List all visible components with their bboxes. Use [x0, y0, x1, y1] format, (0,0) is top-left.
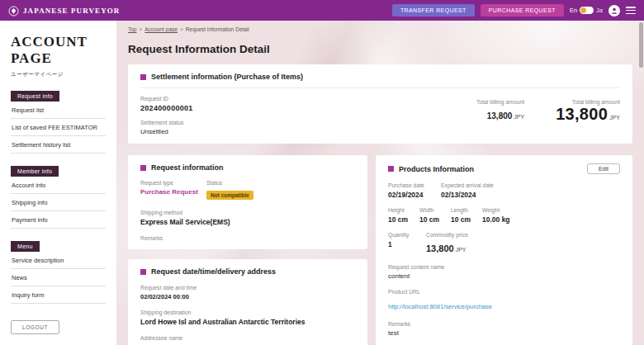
settlement-status-value: Unsettled [140, 128, 193, 135]
language-label-en: En [570, 7, 577, 14]
addressee-name-label: Addressee name [140, 335, 355, 341]
product-url-label: Product URL [388, 289, 620, 295]
breadcrumb-separator: > [180, 26, 183, 32]
page-title: Request Information Detail [128, 43, 632, 55]
bullet-icon [140, 269, 146, 275]
settlement-status-label: Settlement status [140, 120, 193, 125]
request-type-label: Request type [140, 180, 206, 186]
breadcrumb-current: Request Information Detail [186, 26, 249, 32]
sidebar-title: ACCOUNT PAGE [11, 34, 106, 67]
language-switch: En Ja [570, 7, 603, 14]
request-info-card-title: Request information [151, 163, 224, 172]
height-label: Height [388, 207, 419, 213]
scrollbar-thumb[interactable] [639, 22, 643, 68]
settlement-card: Settlement information (Purchase of Item… [128, 64, 632, 144]
subtotal-amount: 13,800 [487, 111, 513, 121]
quantity-value: 1 [388, 240, 426, 248]
content-name-value: content [388, 272, 620, 280]
shipping-destination-value: Lord Howe Isl and Australian Antarctic T… [140, 318, 355, 326]
subtotal-label: Total billing amount [476, 99, 524, 105]
remarks-label: Remarks [140, 235, 355, 241]
quantity-label: Quantity [388, 232, 426, 238]
breadcrumb: Top>Account page>Request Information Det… [128, 26, 632, 32]
delivery-card-title: Request date/time/delivery address [151, 267, 276, 276]
bullet-icon [388, 166, 394, 172]
transfer-request-button[interactable]: TRANSFER REQUEST [392, 4, 475, 17]
breadcrumb-link-account-page[interactable]: Account page [144, 26, 178, 32]
shipping-destination-label: Shipping destination [140, 310, 355, 315]
sidebar-subtitle: ユーザーマイページ [11, 71, 106, 78]
sidebar-section-request-info: Request info [11, 91, 59, 102]
sidebar-item-request-list[interactable]: Request list [11, 102, 106, 119]
sidebar-item-settlement-history[interactable]: Settlement history list [11, 136, 106, 154]
divider [140, 87, 620, 88]
weight-label: Weight [482, 207, 523, 213]
length-label: Length [451, 207, 482, 213]
sidebar-section-member-info: Member info [11, 166, 59, 177]
sidebar-item-inquiry-form[interactable]: Inquiry form [11, 286, 106, 304]
edit-button[interactable]: Edit [587, 163, 620, 174]
bullet-icon [140, 74, 146, 80]
purchase-request-button[interactable]: PURCHASE REQUEST [481, 4, 564, 17]
request-datetime-label: Request date and time [140, 285, 355, 291]
length-value: 10 cm [451, 215, 482, 224]
weight-value: 10.00 kg [482, 215, 523, 224]
total-amount: 13,800 [556, 105, 608, 123]
language-toggle[interactable] [580, 7, 594, 14]
menu-icon[interactable] [626, 7, 636, 14]
user-avatar-icon[interactable] [608, 5, 620, 17]
product-remarks-label: Remarks [388, 321, 620, 327]
shipping-method-value: Express Mail Service(EMS) [140, 218, 355, 226]
request-info-card: Request information Request type Purchas… [128, 155, 367, 249]
status-badge: Not compatible [206, 191, 253, 200]
shipping-method-label: Shipping method [140, 210, 355, 215]
sidebar-item-payment-info[interactable]: Payment info [11, 211, 106, 229]
arrival-date-value: 02/13/2024 [441, 191, 494, 199]
logout-button[interactable]: LOGOUT [11, 320, 59, 334]
product-remarks-value: test [388, 329, 620, 337]
breadcrumb-link-top[interactable]: Top [128, 26, 136, 32]
total-currency: JPY [609, 115, 620, 121]
arrival-date-label: Expected arrival date [441, 182, 494, 188]
sidebar-item-fee-estimator[interactable]: List of saved FEE ESTIMATOR [11, 119, 106, 136]
brand-name: JAPANESE PURVEYOR [23, 7, 120, 15]
request-datetime-value: 02/02/2024 00:00 [140, 293, 355, 300]
status-label: Status [206, 180, 253, 186]
bullet-icon [140, 165, 146, 171]
delivery-card: Request date/time/delivery address Reque… [128, 259, 367, 345]
header-actions: TRANSFER REQUEST PURCHASE REQUEST En Ja [392, 4, 636, 17]
products-card-title: Products Information [399, 165, 474, 173]
product-url-link[interactable]: http://localhost:8081/service/purchase [388, 303, 492, 310]
request-id-label: Request ID [140, 96, 193, 102]
request-id-value: 202400000001 [140, 104, 193, 112]
language-label-ja: Ja [596, 7, 603, 14]
sidebar-item-service-description[interactable]: Service description [11, 252, 106, 269]
brand: JAPANESE PURVEYOR [8, 5, 120, 16]
top-bar: JAPANESE PURVEYOR TRANSFER REQUEST PURCH… [0, 0, 644, 21]
sidebar-item-news[interactable]: News [11, 269, 106, 286]
commodity-price-value: 13,800 [426, 243, 454, 253]
subtotal-currency: JPY [514, 114, 524, 120]
commodity-price-label: Commodity price [426, 232, 468, 238]
purchase-date-label: Purchase date [388, 182, 441, 188]
total-label: Total billing amount [556, 99, 620, 105]
products-card: Products Information Edit Purchase date … [376, 155, 632, 345]
sidebar-item-account-info[interactable]: Account info [11, 177, 106, 194]
sidebar-item-shipping-info[interactable]: Shipping info [11, 194, 106, 211]
purchase-date-value: 02/19/2024 [388, 191, 441, 199]
breadcrumb-separator: > [139, 26, 142, 32]
sidebar: ACCOUNT PAGE ユーザーマイページ Request info Requ… [0, 21, 116, 345]
settlement-card-title: Settlement information (Purchase of Item… [151, 73, 303, 81]
app-window: JAPANESE PURVEYOR TRANSFER REQUEST PURCH… [0, 0, 644, 345]
content-name-label: Request content name [388, 264, 620, 270]
width-label: Width [419, 207, 451, 213]
request-type-value: Purchase Request [140, 188, 206, 196]
brand-logo-icon [8, 5, 19, 16]
sidebar-section-menu: Menu [11, 241, 40, 252]
commodity-price-currency: JPY [456, 247, 466, 253]
toggle-knob-icon [580, 7, 586, 13]
height-value: 10 cm [388, 215, 419, 224]
width-value: 10 cm [419, 215, 451, 224]
main-content: Top>Account page>Request Information Det… [116, 21, 644, 345]
